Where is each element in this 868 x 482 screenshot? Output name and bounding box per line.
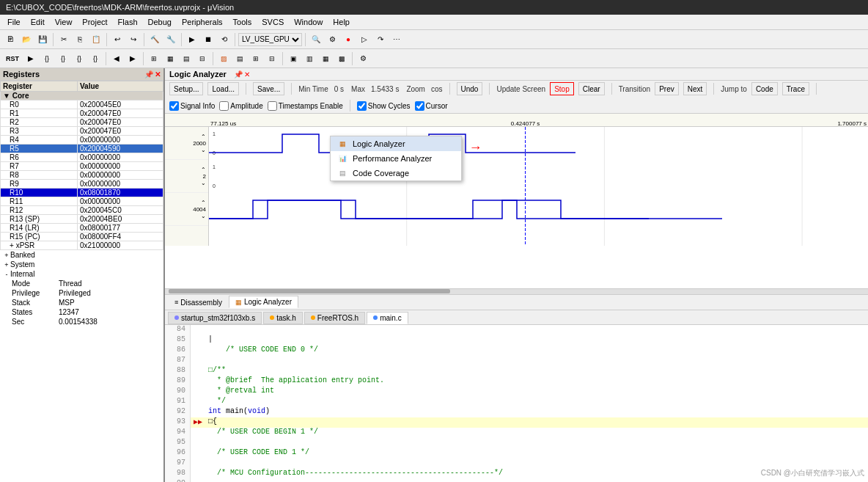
registers-pin-icon[interactable]: 📌 [144, 70, 153, 78]
toolbar2-mem[interactable]: ▦ [163, 51, 177, 66]
la-cursor-check[interactable]: Cursor [415, 101, 448, 111]
file-tab-startup[interactable]: startup_stm32f103xb.s [168, 312, 262, 324]
toolbar-copy[interactable]: ⎘ [73, 32, 87, 47]
menu-flash[interactable]: Flash [114, 16, 142, 28]
toolbar2-brackets[interactable]: {} [40, 51, 54, 66]
la-prev-btn[interactable]: Prev [655, 82, 679, 95]
toolbar2-misc4[interactable]: ▩ [334, 51, 349, 66]
toolbar-find[interactable]: 🔍 [309, 32, 323, 47]
tree-banked[interactable]: + Banked [0, 250, 163, 260]
la-save-btn[interactable]: Save... [253, 82, 284, 95]
toolbar2-map[interactable]: ⊟ [265, 51, 279, 66]
toolbar2-misc2[interactable]: ▥ [302, 51, 317, 66]
la-timestamps-check[interactable]: Timestamps Enable [268, 101, 343, 111]
table-row-r5-selected[interactable]: R50x20004590 [1, 145, 163, 153]
toolbar-build[interactable]: 🔨 [147, 32, 162, 47]
toolbar-undo[interactable]: ↩ [110, 32, 125, 47]
toolbar-breakpoint-red[interactable]: ● [341, 32, 356, 47]
toolbar-target-select[interactable]: LV_USE_GPU [238, 33, 302, 46]
toolbar-build-all[interactable]: 🔧 [163, 32, 178, 47]
menu-window[interactable]: Window [290, 16, 327, 28]
toolbar2-breakpt-list[interactable]: ⊞ [147, 51, 161, 66]
la-scrollbar-thumb[interactable] [169, 289, 450, 293]
la-undo-btn[interactable]: Undo [457, 82, 483, 95]
table-row[interactable]: R110x00000000 [1, 197, 163, 206]
table-row-r10-highlighted[interactable]: R100x08001870 [1, 189, 163, 197]
menu-file[interactable]: File [3, 16, 25, 28]
toolbar-save[interactable]: 💾 [35, 32, 50, 47]
toolbar2-graph2[interactable]: ▤ [232, 51, 247, 66]
file-tab-main[interactable]: main.c [367, 312, 408, 324]
table-row[interactable]: R80x00000000 [1, 171, 163, 180]
menu-tools[interactable]: Tools [229, 16, 257, 28]
toolbar-debug-stop[interactable]: ⏹ [201, 32, 216, 47]
toolbar2-nav-fwd[interactable]: ▶ [125, 51, 140, 66]
toolbar2-misc3[interactable]: ▦ [318, 51, 333, 66]
table-row[interactable]: R70x00000000 [1, 162, 163, 171]
la-show-cycles-check[interactable]: Show Cycles [357, 101, 411, 111]
table-row[interactable]: R13 (SP)0x20004BE0 [1, 215, 163, 224]
toolbar-config[interactable]: ⚙ [325, 32, 339, 47]
toolbar-open[interactable]: 📂 [19, 32, 34, 47]
toolbar2-nav-back[interactable]: ◀ [109, 51, 124, 66]
dropdown-code-coverage[interactable]: ▤ Code Coverage [331, 166, 461, 180]
tree-internal[interactable]: - Internal [0, 269, 163, 279]
la-trace-btn[interactable]: Trace [782, 82, 809, 95]
toolbar-debug-reset[interactable]: ⟲ [217, 32, 232, 47]
dropdown-logic-analyzer[interactable]: ▦ Logic Analyzer [331, 136, 461, 151]
toolbar-debug-start[interactable]: ▶ [185, 32, 199, 47]
la-next-btn[interactable]: Next [683, 82, 707, 95]
toolbar-redo[interactable]: ↪ [126, 32, 141, 47]
table-row[interactable]: R10x200047E0 [1, 109, 163, 118]
table-row[interactable]: R20x200047E0 [1, 118, 163, 127]
menu-peripherals[interactable]: Peripherals [177, 16, 227, 28]
toolbar2-brackets4[interactable]: {} [88, 51, 103, 66]
menu-svcs[interactable]: SVCS [257, 16, 288, 28]
table-row[interactable]: R15 (PC)0x08000FF4 [1, 233, 163, 241]
toolbar-step-over[interactable]: ↷ [373, 32, 388, 47]
table-row[interactable]: R00x200045E0 [1, 101, 163, 109]
dropdown-perf-analyzer[interactable]: 📊 Performance Analyzer [331, 151, 461, 166]
la-scrollbar[interactable] [165, 288, 868, 294]
la-signal-info-check[interactable]: Signal Info [169, 101, 215, 111]
file-tab-freertos[interactable]: FreeRTOS.h [304, 312, 365, 324]
la-pin-icon[interactable]: 📌 [234, 70, 243, 78]
table-row[interactable]: R30x200047E0 [1, 127, 163, 136]
toolbar2-settings[interactable]: ⚙ [356, 51, 370, 66]
toolbar-options[interactable]: ⋯ [389, 32, 404, 47]
toolbar-run[interactable]: ▷ [357, 32, 372, 47]
menu-debug[interactable]: Debug [144, 16, 176, 28]
toolbar2-brackets2[interactable]: {} [56, 51, 70, 66]
tab-disassembly[interactable]: ≡ Disassembly [168, 296, 229, 308]
la-stop-btn[interactable]: Stop [550, 82, 574, 95]
toolbar2-graph[interactable]: ▨ [216, 51, 231, 66]
toolbar-cut[interactable]: ✂ [56, 32, 71, 47]
table-row[interactable]: R90x00000000 [1, 180, 163, 189]
toolbar2-rst[interactable]: RST [3, 51, 22, 66]
tree-system[interactable]: + System [0, 260, 163, 269]
la-load-btn[interactable]: Load... [207, 82, 239, 95]
menu-help[interactable]: Help [328, 16, 354, 28]
table-row[interactable]: R120x200045C0 [1, 206, 163, 215]
menu-project[interactable]: Project [78, 16, 111, 28]
toolbar2-brackets3[interactable]: {} [72, 51, 87, 66]
toolbar2-periph[interactable]: ▤ [179, 51, 194, 66]
menu-view[interactable]: View [51, 16, 77, 28]
table-row[interactable]: + xPSR 0x21000000 [1, 241, 163, 250]
la-clear-btn[interactable]: Clear [578, 82, 605, 95]
file-tab-task[interactable]: task.h [263, 312, 303, 324]
table-row[interactable]: R40x00000000 [1, 136, 163, 145]
la-setup-btn[interactable]: Setup... [169, 82, 203, 95]
la-amplitude-check[interactable]: Amplitude [219, 101, 262, 111]
toolbar2-watch[interactable]: ⊟ [195, 51, 210, 66]
la-code-btn[interactable]: Code [751, 82, 778, 95]
table-row[interactable]: R60x00000000 [1, 153, 163, 162]
toolbar-new[interactable]: 🖹 [3, 32, 18, 47]
toolbar2-view[interactable]: ⊞ [249, 51, 263, 66]
la-close-icon[interactable]: ✕ [244, 70, 250, 78]
menu-edit[interactable]: Edit [26, 16, 49, 28]
table-row[interactable]: R14 (LR)0x08000177 [1, 224, 163, 233]
tab-logic-analyzer[interactable]: ▦ Logic Analyzer [229, 296, 298, 308]
toolbar2-misc1[interactable]: ▣ [286, 51, 301, 66]
toolbar-paste[interactable]: 📋 [89, 32, 103, 47]
